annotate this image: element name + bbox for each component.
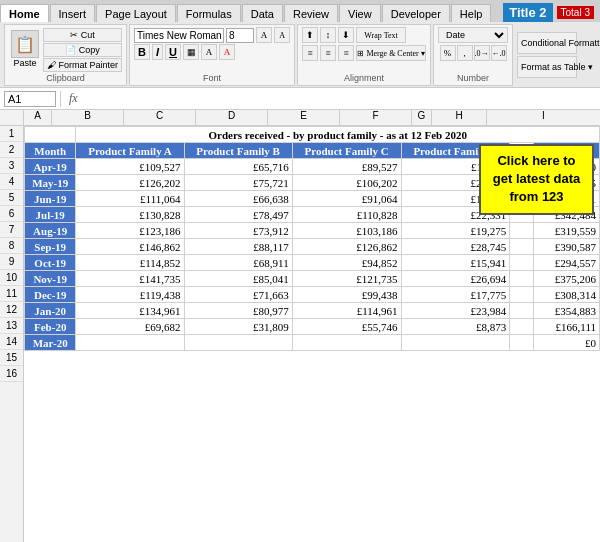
sheet-area: A B C D E F G H I 1 2 3 4 5 6 7 8 9 10 (0, 110, 600, 542)
table-row: Orders received - by product family - as… (25, 127, 600, 143)
col-b-header: B (52, 110, 124, 125)
fill-color-button[interactable]: A (201, 44, 217, 60)
comma-button[interactable]: , (457, 45, 473, 61)
table-row: Nov-19 £141,735 £85,041 £121,735 £26,694… (25, 271, 600, 287)
table-row: Aug-19 £123,186 £73,912 £103,186 £19,275… (25, 223, 600, 239)
tab-view[interactable]: View (339, 4, 381, 22)
formula-bar: fx (0, 88, 600, 110)
row-num-6: 6 (0, 206, 23, 222)
table-title: Orders received - by product family - as… (76, 127, 600, 143)
align-bottom-button[interactable]: ⬇ (338, 27, 354, 43)
col-e-header: E (268, 110, 340, 125)
increase-decimal-button[interactable]: .0→ (474, 45, 490, 61)
decrease-decimal-button[interactable]: ←.0 (491, 45, 507, 61)
total-badge: Total 3 (557, 6, 594, 19)
number-group: DateGeneralNumber % , .0→ ←.0 Number (433, 24, 513, 86)
row-num-11: 11 (0, 286, 23, 302)
align-middle-button[interactable]: ↕ (320, 27, 336, 43)
row-num-15: 15 (0, 350, 23, 366)
border-button[interactable]: ▦ (183, 44, 199, 60)
font-name-input[interactable] (134, 28, 224, 43)
row-num-5: 5 (0, 190, 23, 206)
ribbon: Home Insert Page Layout Formulas Data Re… (0, 0, 600, 88)
tab-data[interactable]: Data (242, 4, 283, 22)
tab-insert[interactable]: Insert (50, 4, 96, 22)
format-as-table-button[interactable]: Format as Table ▾ (517, 56, 577, 78)
align-left-button[interactable]: ≡ (302, 45, 318, 61)
col-c-header: C (124, 110, 196, 125)
col-f-header: F (340, 110, 412, 125)
row-num-12: 12 (0, 302, 23, 318)
tab-page-layout[interactable]: Page Layout (96, 4, 176, 22)
underline-button[interactable]: U (165, 44, 181, 60)
clipboard-label: Clipboard (46, 73, 85, 83)
ribbon-tabs: Home Insert Page Layout Formulas Data Re… (0, 0, 600, 22)
formula-divider (60, 91, 61, 107)
alignment-group: ⬆ ↕ ⬇ Wrap Text ≡ ≡ ≡ ⊞ Merge & Center ▾… (297, 24, 431, 86)
title-badge: Title 2 (503, 3, 552, 22)
copy-button[interactable]: 📄 Copy (43, 43, 122, 57)
alignment-label: Alignment (344, 73, 384, 83)
ribbon-content: 📋 Paste ✂ Cut 📄 Copy 🖌 Format Painter Cl… (0, 22, 600, 88)
col-headers: A B C D E F G H I (0, 110, 600, 126)
table-row: Oct-19 £114,852 £68,911 £94,852 £15,941 … (25, 255, 600, 271)
row-num-16: 16 (0, 366, 23, 382)
tab-home[interactable]: Home (0, 4, 49, 22)
tab-developer[interactable]: Developer (382, 4, 450, 22)
row-num-7: 7 (0, 222, 23, 238)
paste-button[interactable]: 📋 Paste (9, 28, 41, 72)
fx-label: fx (65, 91, 82, 106)
formula-input[interactable] (86, 93, 596, 105)
font-label: Font (203, 73, 221, 83)
row-numbers: 1 2 3 4 5 6 7 8 9 10 11 12 13 14 15 16 (0, 126, 24, 542)
row-num-4: 4 (0, 174, 23, 190)
wrap-text-button[interactable]: Wrap Text (356, 27, 406, 43)
row-num-9: 9 (0, 254, 23, 270)
col-a-header: A (24, 110, 52, 125)
number-format-select[interactable]: DateGeneralNumber (438, 27, 508, 43)
corner-cell (0, 110, 24, 125)
row-num-3: 3 (0, 158, 23, 174)
format-painter-button[interactable]: 🖌 Format Painter (43, 58, 122, 72)
row-num-13: 13 (0, 318, 23, 334)
row-num-1: 1 (0, 126, 23, 142)
col-g-header: G (412, 110, 432, 125)
tab-help[interactable]: Help (451, 4, 492, 22)
tab-review[interactable]: Review (284, 4, 338, 22)
col-i-header: I (487, 110, 600, 125)
percent-button[interactable]: % (440, 45, 456, 61)
align-center-button[interactable]: ≡ (320, 45, 336, 61)
number-label: Number (457, 73, 489, 83)
merge-center-button[interactable]: ⊞ Merge & Center ▾ (356, 45, 426, 61)
row-num-8: 8 (0, 238, 23, 254)
align-top-button[interactable]: ⬆ (302, 27, 318, 43)
get-latest-data-button[interactable]: Click here to get latest data from 123 (479, 144, 594, 215)
col-d-header: D (196, 110, 268, 125)
row-num-10: 10 (0, 270, 23, 286)
tab-formulas[interactable]: Formulas (177, 4, 241, 22)
cut-button[interactable]: ✂ Cut (43, 28, 122, 42)
row-num-14: 14 (0, 334, 23, 350)
italic-button[interactable]: I (152, 44, 163, 60)
table-row: Jan-20 £134,961 £80,977 £114,961 £23,984… (25, 303, 600, 319)
table-row: Feb-20 £69,682 £31,809 £55,746 £8,873 £1… (25, 319, 600, 335)
font-grow-button[interactable]: A (256, 27, 272, 43)
table-row: Dec-19 £119,438 £71,663 £99,438 £17,775 … (25, 287, 600, 303)
font-group: A A B I U ▦ A A Font (129, 24, 295, 86)
font-shrink-button[interactable]: A (274, 27, 290, 43)
conditional-formatting-button[interactable]: Conditional Formatting ▾ (517, 32, 577, 54)
table-row: Mar-20 £0 (25, 335, 600, 351)
align-right-button[interactable]: ≡ (338, 45, 354, 61)
clipboard-group: 📋 Paste ✂ Cut 📄 Copy 🖌 Format Painter Cl… (4, 24, 127, 86)
font-size-input[interactable] (226, 28, 254, 43)
table-row: Sep-19 £146,862 £88,117 £126,862 £28,745… (25, 239, 600, 255)
name-box[interactable] (4, 91, 56, 107)
col-h-header: H (432, 110, 487, 125)
font-color-button[interactable]: A (219, 44, 235, 60)
bold-button[interactable]: B (134, 44, 150, 60)
row-num-2: 2 (0, 142, 23, 158)
